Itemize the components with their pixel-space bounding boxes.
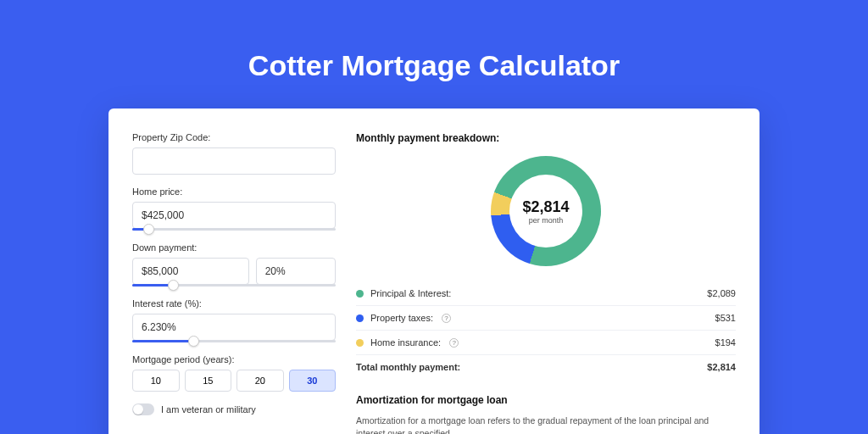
amortization-text: Amortization for a mortgage loan refers …	[356, 415, 736, 434]
page-title: Cotter Mortgage Calculator	[0, 0, 868, 99]
amortization-section: Amortization for mortgage loan Amortizat…	[356, 394, 736, 434]
mortgage-period-option-20[interactable]: 20	[236, 370, 284, 392]
mortgage-period-option-10[interactable]: 10	[132, 370, 180, 392]
donut-sublabel: per month	[529, 216, 564, 225]
down-payment-slider-thumb[interactable]	[168, 280, 179, 291]
home-price-slider[interactable]	[132, 228, 336, 231]
legend-value: $194	[715, 337, 736, 348]
interest-rate-slider-thumb[interactable]	[188, 336, 199, 347]
mortgage-period-option-30[interactable]: 30	[289, 370, 337, 392]
down-payment-pct-input[interactable]	[256, 258, 336, 285]
legend-dot-icon	[356, 314, 364, 322]
legend-value: $531	[715, 313, 736, 323]
legend-label: Principal & Interest:	[370, 288, 451, 298]
legend-row: Home insurance:?$194	[356, 331, 736, 355]
legend-label: Property taxes:	[370, 313, 433, 323]
mortgage-period-option-15[interactable]: 15	[185, 370, 232, 392]
legend-dot-icon	[356, 290, 364, 298]
legend-row: Principal & Interest:$2,089	[356, 281, 736, 306]
donut-amount: $2,814	[522, 198, 569, 216]
interest-rate-slider[interactable]	[132, 340, 336, 342]
down-payment-slider[interactable]	[132, 284, 336, 287]
total-row: Total monthly payment: $2,814	[356, 355, 736, 379]
legend-value: $2,089	[707, 288, 736, 298]
info-icon[interactable]: ?	[449, 338, 459, 348]
interest-rate-input[interactable]	[132, 314, 336, 341]
amortization-title: Amortization for mortgage loan	[356, 394, 736, 406]
home-price-slider-thumb[interactable]	[143, 224, 154, 235]
form-panel: Property Zip Code: Home price: Down paym…	[132, 132, 336, 434]
payment-donut-chart: $2,814 per month	[491, 156, 601, 266]
info-icon[interactable]: ?	[442, 314, 451, 323]
interest-rate-label: Interest rate (%):	[132, 298, 336, 309]
down-payment-input[interactable]	[132, 258, 249, 285]
down-payment-label: Down payment:	[132, 242, 336, 253]
home-price-label: Home price:	[132, 186, 336, 197]
calculator-card: Property Zip Code: Home price: Down paym…	[108, 108, 760, 434]
veteran-toggle[interactable]	[132, 403, 154, 415]
legend-label: Home insurance:	[370, 337, 441, 348]
veteran-toggle-label: I am veteran or military	[161, 404, 256, 415]
legend-row: Property taxes:?$531	[356, 306, 736, 331]
mortgage-period-label: Mortgage period (years):	[132, 354, 336, 364]
total-label: Total monthly payment:	[356, 362, 460, 372]
total-value: $2,814	[707, 362, 736, 372]
breakdown-title: Monthly payment breakdown:	[356, 132, 736, 144]
zip-input[interactable]	[132, 147, 336, 175]
home-price-input[interactable]	[132, 202, 336, 229]
mortgage-period-options: 10152030	[132, 370, 336, 392]
legend-dot-icon	[356, 339, 364, 347]
breakdown-panel: Monthly payment breakdown: $2,814 per mo…	[356, 132, 736, 434]
breakdown-legend: Principal & Interest:$2,089Property taxe…	[356, 281, 736, 355]
zip-label: Property Zip Code:	[132, 132, 336, 142]
